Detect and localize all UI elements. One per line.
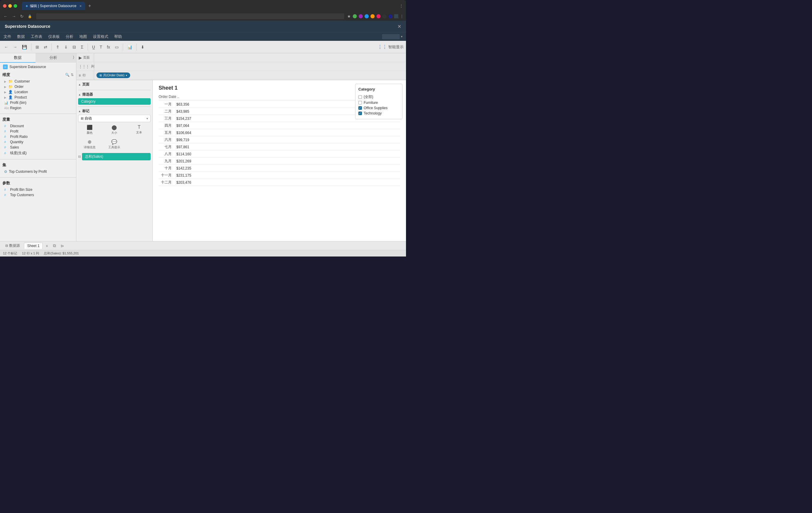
active-tab[interactable]: ❖ 编辑 | Superstore Datasource ✕ [22,2,85,10]
toolbar-sort-desc[interactable]: ⇓ [62,44,69,50]
menu-help[interactable]: 帮助 [114,34,122,39]
row-pill-order-date[interactable]: ⊞ 月(Order Date) ▾ [96,72,130,78]
duplicate-sheet-btn[interactable]: ⧉ [51,242,58,249]
legend-item[interactable]: ✓ Technology [358,111,399,116]
legend-item[interactable]: (全部) [358,94,399,100]
add-sheet-btn[interactable]: + [44,243,50,249]
field-location[interactable]: ▶ 👤 Location [2,89,74,95]
toolbar-calc[interactable]: fx [105,44,112,50]
pages-section-header[interactable]: ▲ 页面 [78,82,151,87]
folder-icon: 📁 [8,85,13,89]
tab-close-btn[interactable]: ✕ [79,4,82,8]
datasource-row[interactable]: D Superstore Datasource [0,63,76,71]
panel-tab-data[interactable]: 数据 [0,53,35,63]
hash-icon: # [4,129,8,133]
marks-size-btn[interactable]: ⬤ 大小 [103,123,126,136]
traffic-lights [3,4,17,8]
forward-btn[interactable]: → [11,14,17,19]
rows-shelf-content[interactable]: ⊞ 月(Order Date) ▾ [94,72,406,78]
minimize-traffic-light[interactable] [8,4,12,8]
menu-format[interactable]: 设置格式 [93,34,108,39]
field-sales[interactable]: # Sales [2,145,74,150]
menu-worksheet[interactable]: 工作表 [31,34,42,39]
field-top-customers[interactable]: ⊙ Top Customers by Profit [2,169,74,174]
toolbar-forward[interactable]: → [11,44,19,50]
left-canvas-panel: ▲ 页面 ▲ 筛选器 Category [76,80,153,241]
table-row: 十月 $142,235 [158,165,400,172]
menu-dashboard[interactable]: 仪表板 [48,34,60,39]
address-bar[interactable] [36,13,344,19]
smart-show-btn[interactable]: ⋮⋮ 智能显示 [378,44,404,50]
tab-sheet1[interactable]: Sheet 1 [24,243,42,249]
browser-chrome: ❖ 编辑 | Superstore Datasource ✕ + ⋮ [0,0,406,12]
legend-checkbox[interactable]: ✓ [358,112,362,115]
marks-detail-btn[interactable]: ⊕ 详细信息 [78,138,101,151]
marks-type-dropdown[interactable]: ⊟ 自动 ▾ [78,115,151,122]
filter-category-pill[interactable]: Category [78,98,151,105]
menu-file[interactable]: 文件 [4,34,11,39]
menu-data[interactable]: 数据 [17,34,25,39]
field-discount[interactable]: # Discount [2,123,74,129]
sort-icon[interactable]: ⇅ [71,73,74,77]
legend-checkbox[interactable]: ✓ [358,106,362,110]
toolbar-aggregate[interactable]: Σ [79,44,85,50]
marks-color-btn[interactable]: ⬛ 颜色 [78,123,101,136]
field-order[interactable]: ▶ 📁 Order [2,84,74,89]
measures-header: 度量 [2,117,74,122]
browser-extension-icons: ⋮ [353,14,404,18]
toolbar-container[interactable]: ▭ [113,44,120,50]
field-quantity[interactable]: # Quantity [2,139,74,145]
text-marks-icon: T [138,125,141,130]
search-icon[interactable]: 🔍 [65,73,69,77]
marks-section-header[interactable]: ▲ 标记 [78,109,151,114]
toolbar-underline[interactable]: U̲ [90,44,97,50]
menu-analysis[interactable]: 分析 [66,34,74,39]
field-profit-ratio[interactable]: # Profit Ratio [2,134,74,139]
columns-label: 列 [91,64,94,69]
legend-item[interactable]: Furniture [358,100,399,105]
toolbar-save[interactable]: 💾 [20,44,29,50]
dimensions-header: 维度 🔍 ⇅ [2,72,74,78]
folder-icon: 👤 [8,90,13,94]
panel-collapse-btn[interactable]: ⟩ [71,53,76,63]
filters-section-header[interactable]: ▲ 筛选器 [78,92,151,97]
field-name-top-customers-param: Top Customers [10,193,34,197]
field-customer[interactable]: ▶ 📁 Customer [2,79,74,84]
legend-checkbox[interactable] [358,101,362,104]
close-traffic-light[interactable] [3,4,6,8]
legend-item[interactable]: ✓ Office Supplies [358,105,399,111]
toolbar-swap[interactable]: ⇄ [42,44,49,50]
reload-btn[interactable]: ↻ [19,14,25,19]
field-profit-bin[interactable]: 📊 Profit (bin) [2,100,74,105]
toolbar-new-datasource[interactable]: ⊞ [34,44,41,50]
calendar-icon: ⊞ [99,74,102,77]
field-profit-bin-size[interactable]: # Profit Bin Size [2,187,74,192]
marks-text-label: 文本 [136,130,142,134]
menu-map[interactable]: 地图 [79,34,87,39]
measures-title: 度量 [2,117,10,122]
marks-sum-pill[interactable]: 总和(Sales) [82,153,151,160]
field-product[interactable]: ▶ 👤 Product [2,95,74,100]
toolbar-chart-type[interactable]: 📊 [125,44,134,50]
toolbar-text-format[interactable]: T [98,44,104,50]
back-btn[interactable]: ← [2,14,9,19]
marks-tooltip-btn[interactable]: 💬 工具提示 [103,138,126,151]
toolbar-back[interactable]: ← [2,44,10,50]
field-region[interactable]: Abc Region [2,105,74,111]
tab-datasource[interactable]: ⊟ 数据源 [2,242,23,249]
panel-tab-analysis[interactable]: 分析 [35,53,71,63]
field-generated[interactable]: # 续度(生成) [2,150,74,156]
toolbar-sort-asc[interactable]: ⇑ [54,44,61,50]
field-profit[interactable]: # Profit [2,129,74,134]
move-sheet-btn[interactable]: ⊳ [59,243,66,249]
user-badge [382,34,400,39]
field-top-customers-param[interactable]: # Top Customers [2,192,74,198]
legend-checkbox[interactable] [358,95,362,99]
marks-text-btn[interactable]: T 文本 [127,123,151,136]
toolbar-tooltip[interactable]: ⬇ [139,44,146,50]
maximize-traffic-light[interactable] [13,4,17,8]
new-tab-btn[interactable]: + [86,3,93,8]
toolbar-group[interactable]: ⊟ [71,44,78,50]
table-row: 五月 $106,664 [158,129,400,137]
app-close-btn[interactable]: ✕ [398,24,401,29]
